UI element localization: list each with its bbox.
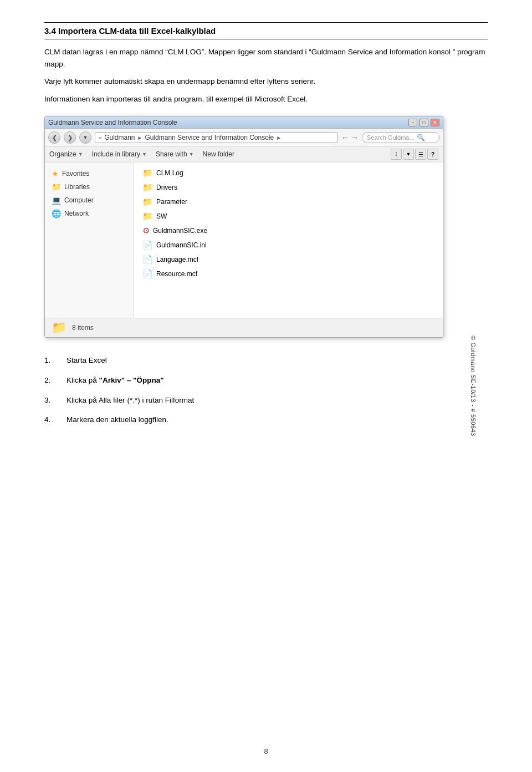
share-with-chevron: ▼	[189, 151, 194, 157]
maximize-button[interactable]: □	[420, 119, 428, 126]
close-button[interactable]: ✕	[431, 119, 439, 126]
file-item-exe[interactable]: ⚙ GuldmannSIC.exe	[140, 225, 436, 237]
mcf-icon-resource: 📄	[142, 269, 153, 279]
file-item-parameter[interactable]: 📁 Parameter	[140, 196, 436, 208]
file-label-parameter: Parameter	[156, 198, 187, 206]
address-bar: ❮ ❯ ▼ « Guldmann ► Guldmann Service and …	[45, 129, 443, 146]
address-part-2: Guldmann Service and Information Console	[145, 134, 274, 141]
step-1-num: 1.	[44, 354, 58, 367]
step-3: 3. Klicka på Alla filer (*.*) i rutan Fi…	[44, 394, 488, 407]
address-part-1: Guldmann	[104, 134, 135, 141]
file-item-sw[interactable]: 📁 SW	[140, 210, 436, 222]
sidebar-item-network[interactable]: 🌐 Network	[45, 207, 133, 220]
file-item-resource-mcf[interactable]: 📄 Resource.mcf	[140, 268, 436, 280]
include-library-button[interactable]: Include in library ▼	[92, 150, 147, 158]
address-path[interactable]: « Guldmann ► Guldmann Service and Inform…	[95, 132, 338, 143]
search-icon: 🔍	[417, 134, 425, 141]
nav-arrow-right[interactable]: →	[351, 133, 359, 142]
include-library-chevron: ▼	[142, 151, 147, 157]
help-button[interactable]: ?	[427, 149, 438, 160]
address-chevron-left: «	[99, 134, 102, 141]
explorer-body: ★ Favorites 📁 Libraries 💻 Computer 🌐 Net…	[45, 162, 443, 318]
statusbar-count: 8 items	[72, 324, 94, 332]
file-item-language-mcf[interactable]: 📄 Language.mcf	[140, 253, 436, 266]
new-folder-button[interactable]: New folder	[203, 150, 234, 158]
explorer-main: 📁 CLM Log 📁 Drivers 📁 Parameter 📁 SW	[134, 162, 443, 318]
titlebar-controls: − □ ✕	[408, 119, 439, 126]
statusbar: 📁 8 items	[45, 318, 443, 337]
view-toggle-button[interactable]: ⁝	[391, 149, 402, 160]
new-folder-label: New folder	[203, 150, 234, 158]
section-header: 3.4 Importera CLM-data till Excel-kalkyl…	[44, 22, 488, 39]
file-label-clm-log: CLM Log	[156, 169, 183, 177]
ini-icon: 📄	[142, 240, 153, 250]
file-label-ini: GuldmannSIC.ini	[156, 241, 207, 249]
file-label-language-mcf: Language.mcf	[156, 256, 198, 263]
minimize-button[interactable]: −	[408, 119, 417, 126]
dropdown-button[interactable]: ▼	[79, 131, 91, 144]
sidebar-item-computer[interactable]: 💻 Computer	[45, 194, 133, 207]
explorer-window: Guldmann Service and Information Console…	[44, 116, 443, 338]
section-number: 3.4	[44, 26, 56, 35]
section-title: 3.4 Importera CLM-data till Excel-kalkyl…	[44, 26, 488, 39]
toolbar: Organize ▼ Include in library ▼ Share wi…	[45, 146, 443, 162]
nav-arrow-left[interactable]: ←	[341, 133, 349, 142]
sidebar-item-favorites[interactable]: ★ Favorites	[45, 167, 133, 180]
sidebar-label-network: Network	[64, 210, 89, 217]
share-with-label: Share with	[156, 150, 187, 158]
search-placeholder-text: Search Guldma...	[367, 134, 415, 141]
sidebar-copyright: © Guldmann SE-10/13 - # 550643	[469, 336, 476, 436]
exe-icon: ⚙	[142, 226, 150, 236]
step-4: 4. Markera den aktuella loggfilen.	[44, 414, 488, 426]
file-label-resource-mcf: Resource.mcf	[156, 270, 197, 278]
step-2: 2. Klicka på "Arkiv" – "Öppna"	[44, 374, 488, 387]
include-library-label: Include in library	[92, 150, 140, 158]
step-3-num: 3.	[44, 394, 58, 407]
step-2-num: 2.	[44, 374, 58, 387]
paragraph-2: Varje lyft kommer automatiskt skapa en u…	[44, 75, 488, 88]
libraries-icon: 📁	[52, 182, 61, 191]
step-2-text: Klicka på "Arkiv" – "Öppna"	[66, 374, 164, 387]
file-label-drivers: Drivers	[156, 184, 177, 191]
view-dropdown-button[interactable]: ▼	[403, 149, 414, 160]
nav-arrows: ← →	[341, 133, 359, 142]
paragraph-3: Informationen kan importeras till andra …	[44, 93, 488, 105]
address-separator-1: ►	[137, 135, 143, 141]
titlebar: Guldmann Service and Information Console…	[45, 116, 443, 129]
search-box[interactable]: Search Guldma... 🔍	[362, 132, 439, 143]
computer-icon: 💻	[52, 196, 61, 205]
mcf-icon-language: 📄	[142, 255, 153, 265]
organize-label: Organize	[49, 150, 76, 158]
forward-button[interactable]: ❯	[64, 131, 76, 144]
page-footer: 8	[0, 747, 532, 755]
folder-icon-clm-log: 📁	[142, 168, 153, 178]
explorer-sidebar: ★ Favorites 📁 Libraries 💻 Computer 🌐 Net…	[45, 162, 134, 318]
file-item-drivers[interactable]: 📁 Drivers	[140, 181, 436, 194]
statusbar-folder-icon: 📁	[52, 321, 66, 335]
address-separator-2: ►	[276, 135, 282, 141]
titlebar-label: Guldmann Service and Information Console	[48, 119, 177, 126]
step-1-text: Starta Excel	[66, 354, 107, 367]
file-item-clm-log[interactable]: 📁 CLM Log	[140, 167, 436, 179]
share-with-button[interactable]: Share with ▼	[156, 150, 194, 158]
file-label-sw: SW	[156, 212, 167, 220]
organize-chevron: ▼	[78, 151, 83, 157]
back-button[interactable]: ❮	[48, 131, 60, 144]
folder-icon-drivers: 📁	[142, 182, 153, 192]
network-icon: 🌐	[52, 209, 61, 218]
steps-list: 1. Starta Excel 2. Klicka på "Arkiv" – "…	[44, 354, 488, 425]
favorites-icon: ★	[52, 169, 59, 178]
section-title-text: Importera CLM-data till Excel-kalkylblad	[58, 26, 216, 35]
file-item-ini[interactable]: 📄 GuldmannSIC.ini	[140, 239, 436, 251]
sidebar-label-libraries: Libraries	[64, 183, 90, 191]
sidebar-item-libraries[interactable]: 📁 Libraries	[45, 180, 133, 194]
details-view-button[interactable]: ☰	[415, 149, 426, 160]
step-4-num: 4.	[44, 414, 58, 426]
folder-icon-parameter: 📁	[142, 197, 153, 207]
folder-icon-sw: 📁	[142, 211, 153, 221]
step-4-text: Markera den aktuella loggfilen.	[66, 414, 168, 426]
step-1: 1. Starta Excel	[44, 354, 488, 367]
organize-button[interactable]: Organize ▼	[49, 150, 83, 158]
sidebar-label-favorites: Favorites	[62, 170, 89, 177]
paragraph-1: CLM datan lagras i en mapp nämnd “CLM LO…	[44, 46, 488, 70]
